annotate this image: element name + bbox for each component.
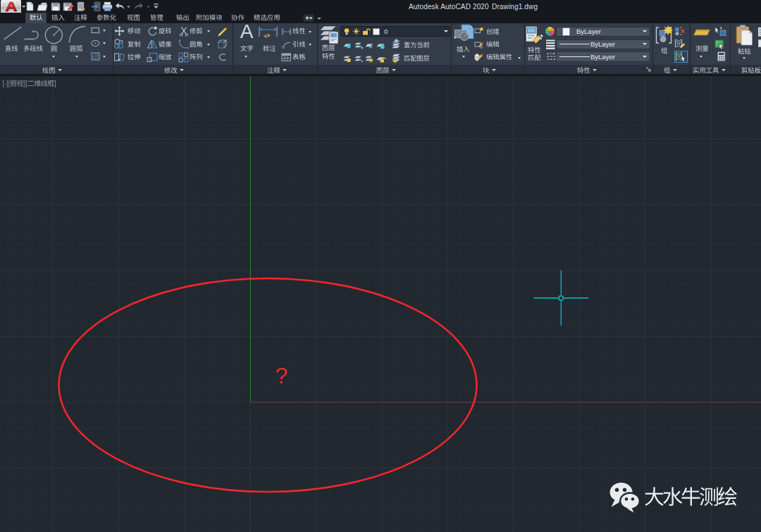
svg-text:?: ? [276, 363, 288, 388]
